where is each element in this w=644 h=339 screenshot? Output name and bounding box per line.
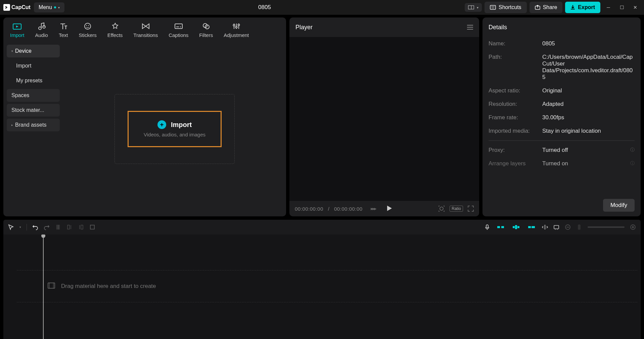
details-separator (489, 140, 635, 141)
layout-preset-button[interactable]: ▾ (465, 3, 482, 12)
tab-stickers[interactable]: Stickers (79, 22, 96, 38)
transitions-tab-icon (141, 22, 150, 30)
import-title: Import (171, 121, 192, 129)
app-logo: CapCut (3, 4, 31, 11)
menu-button[interactable]: Menu ▾ (34, 2, 64, 12)
voiceover-button[interactable] (484, 224, 490, 230)
trim-left-button[interactable] (66, 224, 73, 230)
window-close-button[interactable]: ✕ (630, 2, 641, 13)
shortcuts-button[interactable]: Shortcuts (485, 2, 527, 13)
svg-rect-2 (490, 5, 496, 9)
expand-down-icon: ▾ (11, 49, 13, 53)
media-panel: Import Audio Text Stickers Effects Trans… (3, 17, 286, 216)
share-icon (535, 5, 540, 10)
modify-button[interactable]: Modify (603, 199, 635, 212)
sidebar-label: Device (15, 48, 32, 54)
detail-imported-media: Imported media:Stay in original location (489, 124, 635, 138)
detail-arrange-layers: Arrange layersTurned onⓘ (489, 157, 635, 170)
sidebar-item-import[interactable]: Import (7, 59, 60, 72)
captions-tab-icon (174, 22, 183, 30)
player-focus-button[interactable] (438, 205, 445, 212)
player-panel: Player 00:00:00:00 / 00:00:00:00 ▸▸▸ Rat… (289, 17, 479, 216)
svg-point-10 (85, 23, 91, 29)
export-button[interactable]: Export (565, 2, 600, 13)
svg-point-8 (39, 27, 41, 30)
player-controls-bar: 00:00:00:00 / 00:00:00:00 ▸▸▸ Ratio (289, 201, 479, 216)
zoom-in-button[interactable] (630, 224, 636, 230)
info-icon[interactable]: ⓘ (630, 160, 635, 167)
timeline-tracks: Drag material here and start to create (17, 255, 637, 302)
player-time-current: 00:00:00:00 (295, 206, 323, 212)
titlebar: CapCut Menu ▾ 0805 ▾ Shortcuts Share Exp… (0, 0, 644, 15)
effects-tab-icon (111, 22, 120, 30)
sidebar-item-my-presets[interactable]: My presets (7, 74, 60, 87)
detail-name: Name:0805 (489, 37, 635, 50)
player-speed-icon[interactable]: ▸▸▸ (371, 206, 376, 212)
app-name: CapCut (11, 4, 31, 10)
timeline-drop-track[interactable]: Drag material here and start to create (17, 270, 637, 302)
trim-right-button[interactable] (78, 224, 84, 230)
tab-transitions[interactable]: Transitions (133, 22, 158, 38)
tab-captions[interactable]: Captions (169, 22, 188, 38)
magnet-button[interactable] (526, 223, 537, 231)
zoom-slider-handle[interactable] (576, 224, 582, 230)
chevron-down-icon: ▾ (477, 6, 478, 9)
svg-rect-29 (67, 225, 70, 229)
tab-label: Adjustment (224, 32, 249, 38)
tab-import[interactable]: Import (10, 22, 25, 38)
crop-button[interactable] (89, 224, 95, 230)
tab-filters[interactable]: Filters (199, 22, 213, 38)
zoom-slider[interactable] (588, 226, 625, 228)
sidebar-item-brand-assets[interactable]: ▸ Brand assets (7, 119, 60, 131)
sidebar-item-spaces[interactable]: Spaces (7, 89, 60, 102)
menu-label: Menu (39, 4, 52, 10)
svg-marker-7 (16, 26, 18, 28)
chevron-down-icon: ▾ (58, 6, 60, 9)
tab-text[interactable]: Text (59, 22, 68, 38)
split-button[interactable] (55, 224, 61, 230)
svg-marker-24 (387, 206, 392, 211)
titlebar-right: ▾ Shortcuts Share Export ─ ☐ ✕ (465, 2, 641, 13)
tab-audio[interactable]: Audio (35, 22, 48, 38)
tab-label: Import (10, 32, 25, 38)
import-drop-box[interactable]: + Import Videos, audios, and images (128, 111, 222, 147)
svg-point-25 (440, 207, 443, 210)
timeline[interactable]: Drag material here and start to create (3, 235, 641, 339)
undo-button[interactable] (32, 224, 38, 230)
svg-rect-38 (515, 225, 517, 229)
sidebar-item-device[interactable]: ▾ Device (7, 45, 60, 57)
snap-main-track-button[interactable] (496, 223, 506, 231)
selection-tool-button[interactable] (8, 224, 14, 230)
shortcuts-label: Shortcuts (499, 4, 521, 10)
player-header: Player (289, 17, 479, 37)
toolbar-separator (27, 224, 27, 230)
zoom-out-button[interactable] (565, 224, 571, 230)
tab-adjustment[interactable]: Adjustment (224, 22, 249, 38)
stickers-tab-icon (83, 22, 92, 30)
share-button[interactable]: Share (530, 2, 563, 13)
detail-aspect-ratio: Aspect ratio:Original (489, 84, 635, 97)
snap-all-button[interactable] (511, 223, 521, 231)
player-time-total: 00:00:00:00 (334, 206, 363, 212)
svg-point-19 (233, 25, 235, 26)
player-ratio-button[interactable]: Ratio (450, 206, 463, 212)
export-icon (570, 5, 575, 10)
window-minimize-button[interactable]: ─ (603, 2, 614, 13)
play-button[interactable] (387, 206, 392, 212)
player-menu-button[interactable] (467, 25, 473, 30)
svg-point-11 (86, 25, 87, 26)
auto-snap-button[interactable] (542, 224, 548, 230)
tab-label: Captions (169, 32, 188, 38)
tab-label: Effects (107, 32, 123, 38)
player-title: Player (295, 24, 313, 31)
preview-axis-button[interactable] (553, 224, 559, 230)
redo-button[interactable] (44, 224, 50, 230)
info-icon[interactable]: ⓘ (630, 147, 635, 154)
sidebar-item-stock-materials[interactable]: Stock mater... (7, 104, 60, 117)
fullscreen-button[interactable] (468, 206, 474, 212)
svg-rect-52 (48, 283, 55, 288)
window-maximize-button[interactable]: ☐ (616, 2, 627, 13)
tab-effects[interactable]: Effects (107, 22, 123, 38)
import-drop-outline[interactable]: + Import Videos, audios, and images (114, 94, 235, 164)
selection-tool-dropdown[interactable]: ▾ (19, 225, 21, 229)
